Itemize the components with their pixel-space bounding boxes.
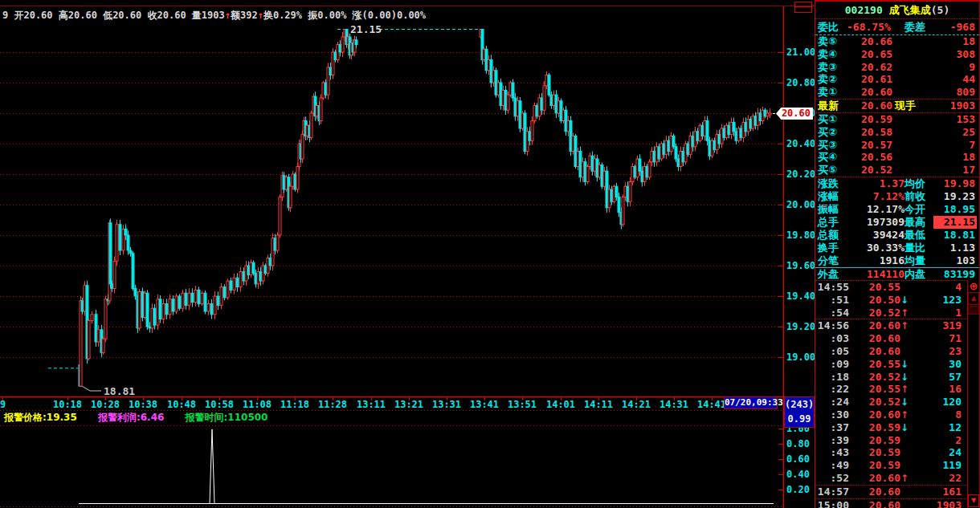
change-text: 换0.29% 振0.00% 涨(0.00)0.00% [263,10,426,21]
stat-label: 最高 [904,216,933,229]
svg-text:21.15: 21.15 [350,23,382,35]
level-price: 20.66 [850,35,896,48]
time-tick-label: 14:11 [581,399,616,410]
ask-row[interactable]: 卖④20.65308 [815,48,979,61]
tick-row[interactable]: :3020.60↑8 [815,408,968,421]
bar-count: (243) [785,397,814,412]
svg-text:20.40: 20.40 [786,138,815,149]
bid-row[interactable]: 买②20.5825 [815,126,979,139]
ask-row[interactable]: 卖①20.60809 [815,86,979,99]
tick-row[interactable]: :1820.52↓57 [815,371,968,384]
level-label: 卖② [818,73,850,86]
tick-volume: 2 [913,434,966,447]
tick-row[interactable]: :0320.6071 [815,332,968,345]
scroll-down-icon[interactable]: ▼ [968,494,979,507]
stat-value: 30.33% [847,242,904,254]
tick-row[interactable]: :2220.55↑16 [815,383,968,396]
downtick-arrow-icon: ↓ [900,372,909,383]
weibi-value: -68.75% [847,19,904,35]
stat-row: 总手197309最高21.15 [815,216,979,229]
stat-row: 总额39424最低18.81 [815,229,979,242]
tick-price: 20.60 [852,408,900,422]
tick-volume: 8 [913,408,966,422]
tick-row[interactable]: 14:5620.60↑319 [815,319,968,332]
tick-row[interactable]: 14:5520.554 [815,281,968,294]
amount-up-arrow-icon: ↑ [258,10,263,21]
kline-chart[interactable]: 21.0020.8020.6020.4020.2020.0019.8019.60… [0,0,815,508]
tick-row[interactable]: :3920.592 [815,434,968,447]
last-price-tag: 20.60 [776,108,813,120]
stat-label: 总手 [818,216,847,229]
tick-row[interactable]: 15:0020.601903 [815,498,968,508]
scroll-up-icon[interactable]: ▲ [968,292,979,305]
level-volume: 18 [896,151,977,164]
level-volume: 7 [896,139,977,152]
tick-row[interactable]: 14:5720.60161 [815,485,968,498]
alarm-price-label: 报警价格:19.35 [4,412,77,423]
stock-code: 002190 [845,4,883,16]
svg-text:19.00: 19.00 [786,352,815,363]
bar-count-box: (243) 0.99 [784,396,815,428]
time-tick-label: 11:08 [239,399,275,410]
period-toggle-icon[interactable] [794,2,812,13]
candles [79,30,771,387]
bid-row[interactable]: 买④20.5618 [815,151,979,164]
tick-row[interactable]: :2420.52↓120 [815,396,968,408]
quote-panel: 002190成飞集成(5) 委比 -68.75% 委差 -968 卖⑤20.66… [815,0,980,508]
amount-text: 额392 [231,10,258,21]
bid-row[interactable]: 买③20.577 [815,139,979,152]
tick-price: 20.60 [852,332,900,345]
time-tick-label: 11:28 [315,399,350,410]
tick-row[interactable]: :0920.55↓30 [815,358,968,371]
tick-volume: 123 [913,294,966,307]
uptick-arrow-icon: ↑ [900,320,909,331]
scrollbar-thumb[interactable] [968,306,979,315]
tick-row[interactable]: :5420.52↑1 [815,307,968,319]
stock-title[interactable]: 002190成飞集成(5) [815,2,979,19]
stat-value: 7.12% [847,190,904,203]
ask-row[interactable]: 卖⑤20.6618 [815,35,979,48]
bid-row[interactable]: 买①20.59153 [815,113,979,126]
stat-label: 振幅 [818,203,847,216]
alarm-spike [210,429,214,503]
stat-value: 39424 [847,229,904,242]
level-volume: 44 [896,73,977,86]
stat-row: 涨跌1.37均价19.98 [815,177,979,190]
tick-row[interactable]: :5220.60↑22 [815,472,968,485]
stat-value: 1.37 [847,177,904,190]
stat-label: 涨幅 [818,190,847,203]
time-tick-label: 13:21 [391,399,427,410]
level-volume: 25 [896,126,977,139]
tick-time: :30 [817,408,852,422]
crosshair-icon[interactable]: ⊕ [968,280,979,292]
stat-value: 83199 [933,268,977,281]
tick-scrollbar[interactable]: ⊕ ▲ ▼ [967,280,979,508]
stats-block: 涨跌1.37均价19.98涨幅7.12%前收19.23振幅12.17%今开18.… [815,177,979,281]
tick-row[interactable]: :4920.59119 [815,459,968,472]
tick-row[interactable]: :5120.50↓123 [815,294,968,307]
tick-volume: 23 [913,345,966,358]
tick-list[interactable]: 14:5520.554:5120.50↓123:5420.52↑114:5620… [815,280,968,508]
ask-row[interactable]: 卖③20.629 [815,61,979,74]
tick-row[interactable]: :4320.5924 [815,446,968,459]
tick-price: 20.59 [852,434,900,447]
stat-label: 最低 [904,229,933,242]
tick-time: :22 [817,383,852,396]
time-tick-label: 10:28 [88,399,123,410]
tick-row[interactable]: :3720.59↓12 [815,421,968,434]
stat-value: 12.17% [847,203,904,216]
svg-text:19.20: 19.20 [786,321,815,332]
ask-row[interactable]: 卖②20.6144 [815,73,979,86]
alarm-profit-label: 报警利润:6.46 [98,412,164,423]
tick-row[interactable]: :0520.6023 [815,345,968,358]
tick-price: 20.59 [852,421,900,435]
svg-text:20.80: 20.80 [786,77,815,88]
svg-text:19.40: 19.40 [786,291,815,302]
bid-row[interactable]: 买⑤20.5217 [815,164,979,177]
stat-value: 114110 [847,268,904,281]
stat-label: 涨跌 [818,177,847,190]
stat-row: 涨幅7.12%前收19.23 [815,190,979,203]
ask-book: 卖⑤20.6618卖④20.65308卖③20.629卖②20.6144卖①20… [815,35,979,99]
uptick-arrow-icon: ↑ [900,409,909,421]
tick-volume: 57 [913,371,966,384]
